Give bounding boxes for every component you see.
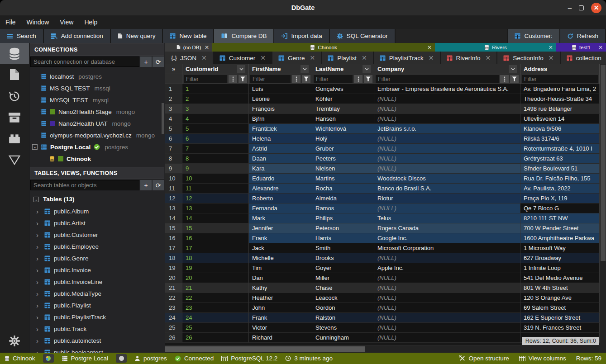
cell-address[interactable]: Qe 7 Bloco G: [520, 203, 600, 213]
tab-collection[interactable]: collection✕: [561, 52, 606, 64]
cell-id[interactable]: 9: [182, 164, 249, 174]
status-view-columns[interactable]: View columns: [519, 355, 566, 362]
row-number[interactable]: 1: [165, 84, 182, 94]
row-number[interactable]: 16: [165, 233, 182, 243]
filter-funnel-button[interactable]: [364, 75, 372, 83]
chevron-right-icon[interactable]: ›: [36, 243, 41, 251]
cell-id[interactable]: 20: [182, 273, 249, 283]
cell-last[interactable]: Chase: [312, 283, 374, 293]
cell-first[interactable]: Kara: [249, 164, 312, 174]
cell-company[interactable]: Riotur: [374, 194, 520, 203]
cell-address[interactable]: Rotenturmstraße 4, 1010 I: [520, 144, 600, 154]
cell-last[interactable]: Cunningham: [312, 333, 374, 343]
cell-first[interactable]: Frank: [249, 313, 312, 323]
close-tab-icon[interactable]: ✕: [310, 54, 315, 61]
row-number[interactable]: 23: [165, 303, 182, 313]
column-dropdown-button[interactable]: [301, 65, 309, 73]
table-item-public-genre[interactable]: ›public.Genre: [29, 252, 165, 264]
cell-last[interactable]: Gordon: [312, 303, 374, 313]
cell-id[interactable]: 6: [182, 134, 249, 144]
iconbar-history[interactable]: [0, 85, 29, 107]
chevron-right-icon[interactable]: ›: [36, 208, 41, 215]
cell-id[interactable]: 3: [182, 104, 249, 114]
cell-id[interactable]: 14: [182, 213, 249, 223]
cell-id[interactable]: 23: [182, 303, 249, 313]
row-number[interactable]: 7: [165, 144, 182, 154]
menu-help[interactable]: Help: [84, 19, 97, 26]
toolbar-add-connection[interactable]: Add connection: [44, 29, 111, 43]
cell-address[interactable]: 120 S Orange Ave: [520, 293, 600, 303]
connections-scrollbar[interactable]: [162, 103, 164, 134]
chevron-right-icon[interactable]: ›: [36, 313, 41, 321]
cell-address[interactable]: 8210 111 ST NW: [520, 213, 600, 223]
cell-first[interactable]: Richard: [249, 333, 312, 343]
cell-first[interactable]: Eduardo: [249, 174, 312, 184]
tab-group-rivers[interactable]: Rivers✕: [435, 43, 556, 52]
cell-address[interactable]: 1600 Amphitheatre Parkwa: [520, 233, 600, 243]
row-number[interactable]: 14: [165, 213, 182, 223]
grid-select-all-header[interactable]: »: [165, 64, 182, 74]
cell-first[interactable]: Heather: [249, 293, 312, 303]
cell-first[interactable]: Mark: [249, 213, 312, 223]
cell-address[interactable]: 1498 rue Bélanger: [520, 104, 600, 114]
row-number[interactable]: 20: [165, 273, 182, 283]
close-group-icon[interactable]: ✕: [598, 44, 603, 51]
table-item-public-mediatype[interactable]: ›public.MediaType: [29, 288, 165, 299]
iconbar-query-designer[interactable]: [0, 149, 29, 170]
cell-last[interactable]: Brooks: [312, 253, 374, 263]
cell-address[interactable]: 319 N. Frances Street: [520, 323, 600, 333]
cell-company[interactable]: (NULL): [374, 283, 520, 293]
database-item-chinook[interactable]: Chinook: [29, 153, 165, 165]
close-tab-icon[interactable]: ✕: [486, 54, 491, 61]
cell-last[interactable]: Holý: [312, 134, 374, 144]
close-tab-icon[interactable]: ✕: [201, 54, 207, 61]
filter-input-customerid[interactable]: [184, 75, 227, 83]
row-number[interactable]: 21: [165, 283, 182, 293]
filter-funnel-button[interactable]: [239, 75, 247, 83]
table-item-public-playlist[interactable]: ›public.Playlist: [29, 299, 165, 311]
status-connected[interactable]: Connected: [175, 355, 214, 362]
cell-last[interactable]: Stevens: [312, 323, 374, 333]
status-postgre-local[interactable]: Postgre Local: [62, 355, 109, 362]
cell-last[interactable]: Ramos: [312, 203, 374, 213]
connection-item-localhost[interactable]: localhostpostgres: [29, 71, 165, 82]
close-button[interactable]: ✕: [591, 3, 601, 13]
cell-last[interactable]: Tremblay: [312, 104, 374, 114]
cell-last[interactable]: Köhler: [312, 94, 374, 104]
filter-menu-button[interactable]: [354, 75, 363, 83]
cell-last[interactable]: Martins: [312, 174, 374, 184]
row-number[interactable]: 17: [165, 243, 182, 253]
cell-company[interactable]: Embraer - Empresa Brasileira de Aeronáut…: [374, 84, 520, 94]
cell-address[interactable]: 801 W 4th Street: [520, 283, 600, 293]
table-item-public-invoice[interactable]: ›public.Invoice: [29, 264, 165, 276]
filter-funnel-button[interactable]: [510, 75, 519, 83]
cell-company[interactable]: JetBrains s.r.o.: [374, 124, 520, 134]
column-header-address[interactable]: Address: [520, 64, 600, 74]
cell-company[interactable]: (NULL): [374, 154, 520, 164]
cell-id[interactable]: 8: [182, 154, 249, 164]
connection-item-nano2health-uat[interactable]: Nano2Health UATmongo: [29, 118, 165, 129]
cell-address[interactable]: 700 W Pender Street: [520, 223, 600, 233]
menu-window[interactable]: Window: [27, 19, 49, 26]
close-tab-icon[interactable]: ✕: [362, 54, 367, 61]
row-number[interactable]: 2: [165, 94, 182, 104]
toolbar-compare-db[interactable]: Compare DB: [214, 29, 274, 43]
cell-address[interactable]: Grétrystraat 63: [520, 154, 600, 164]
connection-item-nano2health-stage[interactable]: Nano2Health Stagemongo: [29, 106, 165, 118]
statusbar-color-badge[interactable]: [43, 354, 54, 363]
iconbar-files[interactable]: [0, 64, 29, 85]
table-item-public-autoinctest[interactable]: ›public.autoinctest: [29, 335, 165, 346]
toolbar-new-table[interactable]: New table: [163, 29, 214, 43]
cell-id[interactable]: 10: [182, 174, 249, 184]
cell-first[interactable]: Alexandre: [249, 184, 312, 194]
row-number[interactable]: 26: [165, 333, 182, 343]
chevron-right-icon[interactable]: ›: [36, 255, 41, 262]
refresh-tables-button[interactable]: ⟳: [153, 180, 164, 190]
tab-group-chinook[interactable]: Chinook✕: [212, 43, 435, 52]
column-dropdown-button[interactable]: [237, 65, 245, 73]
cell-id[interactable]: 2: [182, 94, 249, 104]
row-number[interactable]: 19: [165, 263, 182, 273]
cell-address[interactable]: Av. Paulista, 2022: [520, 184, 600, 194]
cell-company[interactable]: (NULL): [374, 253, 520, 263]
menu-file[interactable]: File: [5, 19, 16, 26]
